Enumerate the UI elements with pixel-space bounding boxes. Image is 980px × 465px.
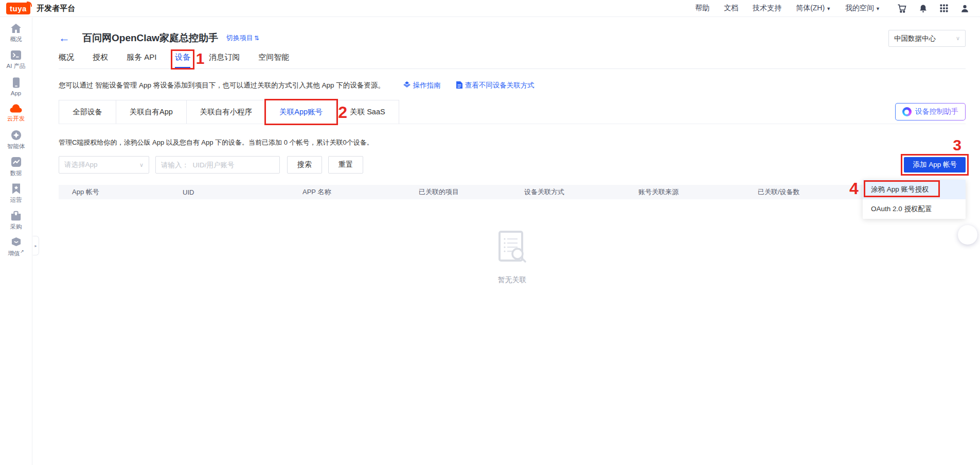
operation-guide-link[interactable]: 操作指南 xyxy=(403,81,441,90)
relation-methods-link[interactable]: 查看不同设备关联方式 xyxy=(456,81,534,90)
topbar: tuya 开发者平台 帮助 文档 技术支持 简体(ZH)▼ 我的空间▼ xyxy=(0,0,980,17)
app-select[interactable]: 请选择App ∨ xyxy=(59,156,149,174)
bell-icon[interactable] xyxy=(918,4,928,13)
sidebar-item-value-added[interactable]: 增值↗ xyxy=(0,236,32,259)
help-link[interactable]: 帮助 xyxy=(695,4,709,13)
device-subtabs: 全部设备 关联自有App 关联自有小程序 关联App账号 2 关联 SaaS 设… xyxy=(59,100,966,124)
tab-devices[interactable]: 设备 1 xyxy=(175,53,190,68)
uid-search-input[interactable] xyxy=(155,156,280,174)
user-icon[interactable] xyxy=(960,4,970,13)
annotation-number-1: 1 xyxy=(196,51,205,66)
reset-button[interactable]: 重置 xyxy=(328,156,363,174)
floating-assistant-icon[interactable] xyxy=(958,225,977,245)
caret-down-icon: ▼ xyxy=(876,6,880,11)
manage-description: 管理C端授权给你的，涂鸦公版 App 以及您自有 App 下的设备。当前已添加 … xyxy=(59,138,966,147)
notice-text: 您可以通过 智能设备管理 App 将设备添加到项目下，也可以通过关联的方式引入其… xyxy=(59,81,385,90)
col-uid: UID xyxy=(183,188,302,196)
col-linked-projects: 已关联的项目 xyxy=(419,187,524,197)
docs-link[interactable]: 文档 xyxy=(724,4,738,13)
sidebar-item-purchase[interactable]: 采购 xyxy=(0,209,32,232)
subtab-saas[interactable]: 关联 SaaS xyxy=(336,100,399,124)
language-menu[interactable]: 简体(ZH)▼ xyxy=(796,4,831,13)
chevron-down-icon: ∨ xyxy=(139,162,144,168)
support-link[interactable]: 技术支持 xyxy=(753,4,781,13)
tab-space-intelligence[interactable]: 空间智能 xyxy=(258,53,289,68)
empty-document-search-icon xyxy=(498,257,527,266)
compass-icon xyxy=(11,130,22,141)
page-title: 百问网OpenClaw家庭总控助手 xyxy=(82,31,218,45)
subtab-own-miniprogram[interactable]: 关联自有小程序 xyxy=(186,100,266,124)
device-control-assistant-button[interactable]: 设备控制助手 xyxy=(895,103,966,120)
platform-title: 开发者平台 xyxy=(37,4,75,13)
back-arrow-icon[interactable]: ← xyxy=(59,32,70,44)
caret-down-icon: ▼ xyxy=(826,6,831,11)
apps-grid-icon[interactable] xyxy=(939,4,949,13)
sidebar-item-ai-products[interactable]: AI 产品 xyxy=(0,48,32,71)
chevron-down-icon: ∨ xyxy=(956,35,960,42)
mobile-icon xyxy=(12,77,20,88)
topbar-menu: 帮助 文档 技术支持 简体(ZH)▼ 我的空间▼ xyxy=(695,3,970,13)
tab-service-api[interactable]: 服务 API xyxy=(127,53,156,68)
project-tabs: 概况 授权 服务 API 设备 1 消息订阅 空间智能 xyxy=(59,53,966,69)
sidebar-item-app[interactable]: App xyxy=(0,75,32,98)
datacenter-select[interactable]: 中国数据中心 ∨ xyxy=(888,30,966,47)
subtab-app-account[interactable]: 关联App账号 2 xyxy=(265,100,336,124)
search-button[interactable]: 搜索 xyxy=(287,156,322,174)
my-space-menu[interactable]: 我的空间▼ xyxy=(845,4,880,13)
briefcase-icon xyxy=(10,211,22,221)
menu-item-tuya-app-auth[interactable]: 涂鸦 App 账号授权 4 xyxy=(863,180,966,199)
sort-icon[interactable]: ⇅ xyxy=(254,35,259,42)
col-app-account: App 帐号 xyxy=(72,187,183,197)
main-content: ← 百问网OpenClaw家庭总控助手 切换项目 ⇅ 中国数据中心 ∨ 概况 授… xyxy=(33,18,980,465)
device-notice: 您可以通过 智能设备管理 App 将设备添加到项目下，也可以通过关联的方式引入其… xyxy=(59,81,966,90)
sidebar-item-data[interactable]: 数据 xyxy=(0,156,32,178)
cart-icon[interactable] xyxy=(897,3,907,13)
external-link-icon: ↗ xyxy=(20,249,24,254)
add-account-dropdown: 涂鸦 App 账号授权 4 OAuth 2.0 授权配置 xyxy=(863,180,966,219)
empty-state: 暂无关联 xyxy=(59,230,966,285)
col-app-name: APP 名称 xyxy=(302,187,419,197)
sidebar-item-agent[interactable]: 智能体 xyxy=(0,129,32,151)
subtab-all-devices[interactable]: 全部设备 xyxy=(59,100,116,124)
guide-icon xyxy=(403,81,411,90)
tuya-logo[interactable]: tuya xyxy=(6,3,30,14)
project-header: ← 百问网OpenClaw家庭总控助手 切换项目 ⇅ xyxy=(59,30,966,46)
subtab-own-app[interactable]: 关联自有App xyxy=(116,100,187,124)
chart-icon xyxy=(11,157,22,167)
accounts-table-header: App 帐号 UID APP 名称 已关联的项目 设备关联方式 账号关联来源 已… xyxy=(59,185,966,199)
terminal-icon xyxy=(10,50,22,60)
filter-row: 请选择App ∨ 搜索 重置 添加 App 帐号 3 xyxy=(59,156,966,174)
value-box-icon xyxy=(11,237,22,247)
empty-text: 暂无关联 xyxy=(59,275,966,285)
sidebar: 概况 AI 产品 App 云开发 智能体 数据 运营 采购 xyxy=(0,18,32,465)
home-icon xyxy=(10,23,22,33)
switch-project-link[interactable]: 切换项目 xyxy=(226,33,253,43)
ai-assistant-icon xyxy=(902,107,912,116)
sidebar-item-cloud-dev[interactable]: 云开发 xyxy=(0,102,32,125)
col-link-method: 设备关联方式 xyxy=(524,187,638,197)
add-app-account-button[interactable]: 添加 App 帐号 xyxy=(904,157,966,173)
cloud-icon xyxy=(10,104,22,113)
bookmark-star-icon xyxy=(12,183,21,194)
tab-authorization[interactable]: 授权 xyxy=(93,53,108,68)
col-account-source: 账号关联来源 xyxy=(638,187,758,197)
menu-item-oauth-config[interactable]: OAuth 2.0 授权配置 xyxy=(863,199,966,219)
tab-message-subscribe[interactable]: 消息订阅 xyxy=(209,53,240,68)
active-tab-underline xyxy=(175,67,190,68)
tuya-developer-platform: tuya 开发者平台 帮助 文档 技术支持 简体(ZH)▼ 我的空间▼ 概况 A… xyxy=(0,0,980,465)
tab-overview[interactable]: 概况 xyxy=(59,53,74,68)
sidebar-item-operation[interactable]: 运营 xyxy=(0,182,32,205)
sidebar-collapse-handle[interactable]: ▸ xyxy=(32,236,39,255)
document-icon xyxy=(456,81,462,90)
sidebar-item-overview[interactable]: 概况 xyxy=(0,22,32,44)
